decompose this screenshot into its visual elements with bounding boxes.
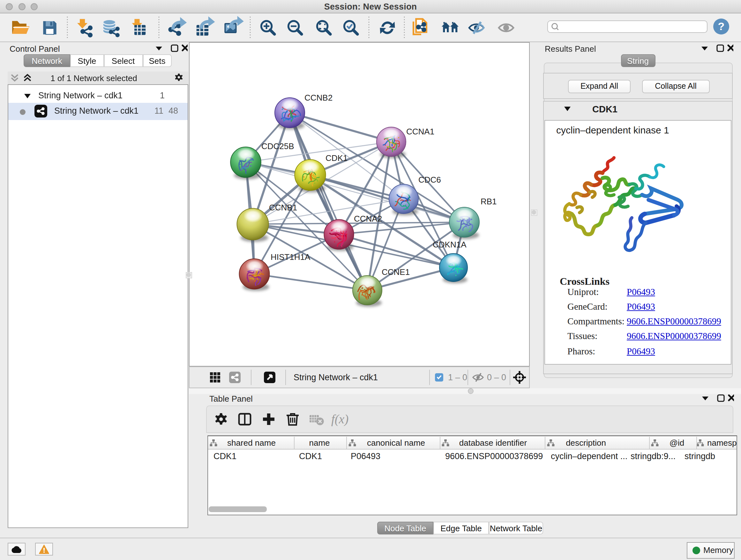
svg-text:description: description: [565, 438, 606, 448]
svg-text:CCNE1: CCNE1: [382, 267, 410, 277]
svg-text:?: ?: [718, 20, 725, 32]
svg-text:CDC25B: CDC25B: [261, 141, 294, 151]
svg-text:RB1: RB1: [481, 197, 497, 206]
svg-text:String Network – cdk1: String Network – cdk1: [293, 372, 378, 382]
svg-text:name: name: [309, 438, 329, 448]
svg-text:1 – 0: 1 – 0: [448, 372, 467, 382]
svg-text:@id: @id: [669, 438, 684, 448]
svg-text:CCNB1: CCNB1: [269, 203, 297, 212]
svg-text:CCNA2: CCNA2: [354, 214, 382, 224]
svg-text:canonical name: canonical name: [367, 438, 425, 448]
svg-text:0 – 0: 0 – 0: [487, 372, 506, 382]
svg-text:f(x): f(x): [331, 412, 348, 426]
svg-text:shared name: shared name: [227, 438, 275, 448]
svg-text:namespac: namespac: [707, 438, 736, 448]
svg-text:HIST1H1A: HIST1H1A: [271, 252, 311, 262]
svg-text:CCNB2: CCNB2: [305, 93, 333, 103]
svg-text:CDKN1A: CDKN1A: [433, 240, 467, 249]
svg-text:CCNA1: CCNA1: [406, 127, 434, 136]
svg-text:CDC6: CDC6: [418, 175, 441, 185]
svg-text:CDK1: CDK1: [326, 153, 347, 163]
svg-text:database identifier: database identifier: [459, 438, 527, 448]
